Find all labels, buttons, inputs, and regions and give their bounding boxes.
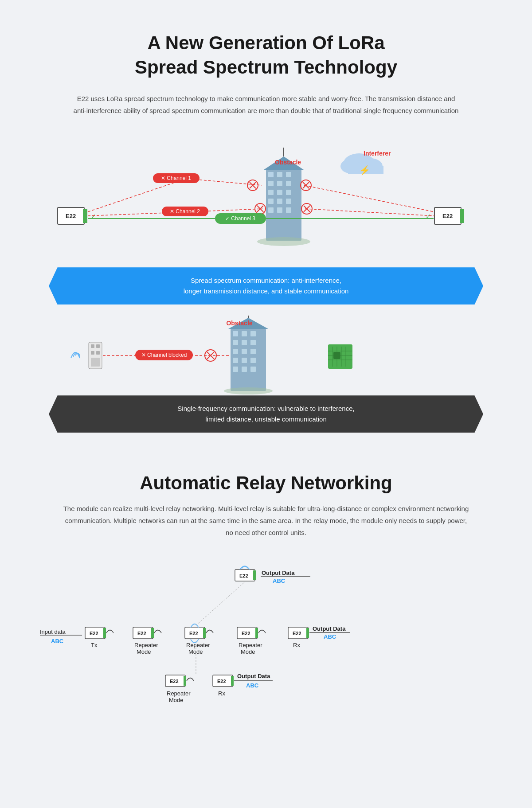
svg-rect-106 <box>253 570 256 580</box>
svg-rect-72 <box>250 340 256 345</box>
svg-rect-16 <box>277 190 282 195</box>
svg-text:ABC: ABC <box>51 638 64 644</box>
svg-rect-81 <box>250 367 256 372</box>
subtitle-text: E22 uses LoRa spread spectrum technology… <box>0 88 532 130</box>
svg-text:E22: E22 <box>242 631 250 636</box>
page-wrapper: A New Generation Of LoRa Spread Spectrum… <box>0 0 532 760</box>
svg-rect-9 <box>268 172 274 177</box>
svg-text:Rx: Rx <box>293 642 300 648</box>
relay-subtitle: The module can realize multi-level relay… <box>27 503 505 556</box>
svg-text:Mode: Mode <box>169 697 184 703</box>
spread-spectrum-section: E22 ✓ E22 ✓ <box>0 130 532 450</box>
svg-text:Output Data: Output Data <box>237 673 270 679</box>
svg-point-27 <box>257 237 310 246</box>
svg-line-127 <box>196 582 245 625</box>
svg-rect-119 <box>151 628 154 638</box>
svg-line-52 <box>304 185 434 212</box>
svg-text:Obstacle: Obstacle <box>226 320 252 327</box>
svg-rect-135 <box>306 628 309 638</box>
svg-text:Interferer: Interferer <box>364 150 391 157</box>
svg-text:Obstacle: Obstacle <box>275 159 301 166</box>
svg-rect-78 <box>250 358 256 363</box>
svg-text:Input data: Input data <box>40 628 66 635</box>
svg-rect-15 <box>268 190 274 195</box>
svg-text:E22: E22 <box>442 213 453 219</box>
svg-rect-74 <box>242 349 247 354</box>
svg-text:E22: E22 <box>293 631 301 636</box>
svg-line-56 <box>305 209 434 216</box>
svg-text:E22: E22 <box>170 679 179 684</box>
svg-text:Repeater: Repeater <box>239 642 262 648</box>
svg-text:E22: E22 <box>137 631 146 636</box>
svg-text:✕ Channel 1: ✕ Channel 1 <box>161 175 191 181</box>
svg-text:E22: E22 <box>90 631 98 636</box>
svg-rect-73 <box>233 349 238 354</box>
svg-text:Mode: Mode <box>188 648 203 655</box>
svg-rect-6 <box>460 209 464 223</box>
svg-rect-124 <box>203 628 206 638</box>
svg-rect-65 <box>91 358 100 367</box>
dark-banner: Single-frequency communication: vulnerab… <box>49 395 483 433</box>
single-freq-diagram: ✕ Channel blocked Obstacle <box>35 316 497 395</box>
blue-banner: Spread spectrum communication: anti-inte… <box>49 267 483 304</box>
svg-text:Tx: Tx <box>91 642 98 648</box>
svg-rect-115 <box>103 628 106 638</box>
svg-text:Output Data: Output Data <box>313 625 346 632</box>
svg-rect-80 <box>242 367 247 372</box>
svg-rect-67 <box>233 331 238 336</box>
svg-rect-18 <box>268 199 274 204</box>
relay-title: Automatic Relay Networking <box>27 472 505 494</box>
svg-rect-94 <box>333 352 340 359</box>
svg-text:E22: E22 <box>239 573 248 578</box>
svg-text:Repeater: Repeater <box>134 642 158 648</box>
svg-text:✓ Channel 3: ✓ Channel 3 <box>225 215 255 222</box>
svg-rect-68 <box>242 331 247 336</box>
svg-rect-79 <box>233 367 238 372</box>
relay-section: Automatic Relay Networking The module ca… <box>0 450 532 742</box>
svg-rect-2 <box>83 209 87 223</box>
spread-spectrum-diagram: E22 ✓ E22 ✓ <box>35 134 497 267</box>
svg-text:ABC: ABC <box>246 682 259 689</box>
svg-rect-20 <box>286 199 291 204</box>
svg-rect-12 <box>268 181 274 186</box>
svg-rect-70 <box>233 340 238 345</box>
svg-rect-75 <box>250 349 256 354</box>
svg-rect-19 <box>277 199 282 204</box>
svg-text:⚡: ⚡ <box>359 165 370 176</box>
svg-rect-69 <box>250 331 256 336</box>
svg-rect-63 <box>91 351 94 355</box>
svg-rect-10 <box>277 172 282 177</box>
svg-text:ABC: ABC <box>273 578 286 584</box>
svg-text:Output Data: Output Data <box>262 570 295 576</box>
svg-rect-76 <box>233 358 238 363</box>
svg-rect-62 <box>96 344 100 348</box>
svg-rect-22 <box>277 207 282 213</box>
svg-text:✕ Channel 2: ✕ Channel 2 <box>170 208 200 215</box>
svg-rect-13 <box>277 181 282 186</box>
svg-rect-71 <box>242 340 247 345</box>
svg-text:Rx: Rx <box>218 690 225 697</box>
svg-text:Repeater: Repeater <box>167 690 191 697</box>
svg-rect-11 <box>286 172 291 177</box>
svg-text:E22: E22 <box>217 679 226 684</box>
main-title: A New Generation Of LoRa Spread Spectrum… <box>0 18 532 88</box>
svg-text:Mode: Mode <box>137 648 151 655</box>
relay-networking-diagram: E22 Output Data ABC Input data ABC E22 T… <box>27 556 505 725</box>
svg-text:ABC: ABC <box>324 633 336 640</box>
svg-rect-77 <box>242 358 247 363</box>
svg-rect-64 <box>96 351 100 355</box>
svg-text:E22: E22 <box>66 213 76 219</box>
svg-text:E22: E22 <box>189 631 198 636</box>
svg-rect-21 <box>268 207 274 213</box>
svg-point-85 <box>224 387 273 394</box>
svg-text:✕ Channel blocked: ✕ Channel blocked <box>141 352 187 358</box>
svg-rect-130 <box>255 628 258 638</box>
svg-rect-14 <box>286 181 291 186</box>
svg-rect-23 <box>286 207 291 213</box>
svg-rect-61 <box>91 344 94 348</box>
svg-rect-17 <box>286 190 291 195</box>
svg-text:Mode: Mode <box>241 648 255 655</box>
svg-rect-148 <box>231 676 234 686</box>
svg-rect-143 <box>184 676 186 686</box>
svg-text:Repeater: Repeater <box>186 642 210 648</box>
